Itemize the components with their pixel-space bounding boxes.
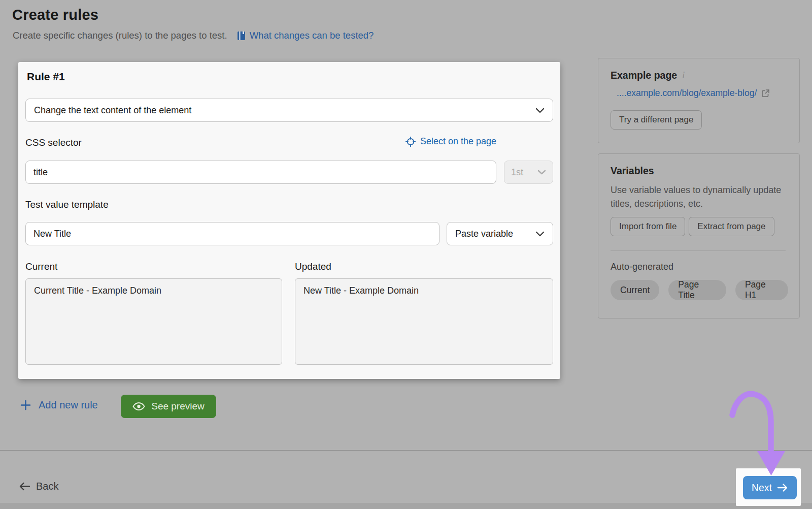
example-page-card: Example page i ....example.com/blog/exam… [598, 58, 800, 143]
variables-divider [611, 250, 786, 251]
test-value-field-wrap [25, 222, 439, 245]
help-link[interactable]: What changes can be tested? [237, 30, 374, 41]
target-icon [405, 137, 416, 147]
updated-preview-text: New Title - Example Domain [303, 285, 419, 296]
chevron-down-icon [535, 108, 545, 113]
next-button[interactable]: Next [743, 476, 797, 499]
updated-preview-box: New Title - Example Domain [295, 278, 553, 365]
see-preview-button[interactable]: See preview [121, 395, 216, 418]
rule-title: Rule #1 [27, 71, 65, 83]
select-on-page-label[interactable]: Select on the page [420, 136, 496, 147]
variable-pill-page-title[interactable]: Page Title [668, 280, 726, 300]
variables-card: Variables Use variable values to dynamic… [598, 153, 800, 319]
auto-generated-label: Auto-generated [611, 262, 673, 272]
info-icon[interactable]: i [682, 70, 685, 81]
back-button[interactable]: Back [19, 481, 58, 492]
css-selector-input[interactable] [25, 161, 496, 184]
css-selector-field-wrap [25, 161, 496, 184]
chevron-down-icon [535, 231, 545, 237]
rule-action-selected-value: Change the text content of the element [34, 105, 191, 116]
page-subtitle: Create specific changes (rules) to the p… [13, 30, 227, 41]
rule-card: Rule #1 Change the text content of the e… [18, 62, 560, 379]
import-from-file-button[interactable]: Import from file [611, 217, 685, 236]
add-new-rule-label[interactable]: Add new rule [39, 399, 98, 411]
example-page-url-link[interactable]: ....example.com/blog/example-blog/ [617, 88, 757, 99]
rule-action-select[interactable]: Change the text content of the element [25, 99, 553, 122]
occurrence-selected-value: 1st [511, 167, 523, 178]
chevron-down-icon [537, 170, 546, 175]
auto-generated-pills: Current Page Title Page H1 [611, 280, 788, 300]
external-link-icon[interactable] [761, 89, 770, 98]
paste-variable-label: Paste variable [455, 229, 513, 239]
occurrence-select: 1st [504, 161, 553, 184]
test-value-input[interactable] [25, 222, 439, 245]
variable-pill-current[interactable]: Current [611, 280, 659, 300]
updated-label: Updated [295, 261, 331, 272]
current-preview-box: Current Title - Example Domain [25, 278, 282, 365]
see-preview-label[interactable]: See preview [151, 401, 205, 412]
try-different-page-button[interactable]: Try a different page [611, 110, 702, 130]
plus-icon [20, 400, 31, 410]
example-page-title: Example page [611, 70, 677, 81]
css-selector-label: CSS selector [25, 137, 82, 148]
help-link-label[interactable]: What changes can be tested? [250, 30, 374, 41]
eye-icon [132, 402, 145, 410]
back-arrow-icon [19, 482, 30, 491]
extract-from-page-button[interactable]: Extract from page [689, 217, 774, 236]
current-label: Current [25, 261, 57, 272]
next-label[interactable]: Next [752, 482, 772, 494]
test-value-label: Test value template [25, 199, 109, 210]
variable-pill-page-h1[interactable]: Page H1 [735, 280, 788, 300]
back-label[interactable]: Back [36, 481, 58, 492]
next-arrow-icon [777, 484, 788, 492]
bottom-strip [0, 503, 812, 509]
paste-variable-select[interactable]: Paste variable [447, 222, 553, 245]
current-preview-text: Current Title - Example Domain [34, 285, 161, 296]
footer-divider [0, 450, 812, 451]
book-icon [237, 31, 246, 41]
variables-title: Variables [611, 165, 654, 177]
annotation-curved-arrow [709, 375, 796, 483]
variables-description: Use variable values to dynamically updat… [611, 183, 783, 211]
select-on-page-link[interactable]: Select on the page [405, 136, 496, 147]
page-title: Create rules [12, 7, 98, 23]
add-new-rule-button[interactable]: Add new rule [20, 399, 98, 411]
page-subtitle-row: Create specific changes (rules) to the p… [13, 30, 374, 41]
